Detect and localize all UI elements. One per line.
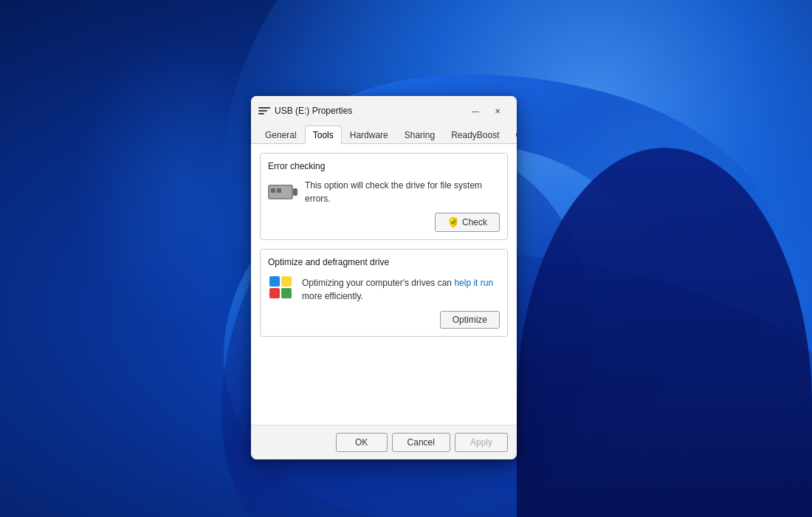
dialog-title: USB (E:) Properties [275,106,352,116]
svg-rect-5 [269,288,280,298]
close-button[interactable]: ✕ [487,102,508,120]
minimize-button[interactable]: — [465,102,486,120]
error-checking-row: This option will check the drive for fil… [268,179,500,205]
svg-rect-2 [293,188,297,196]
properties-dialog: USB (E:) Properties — ✕ General Tools Ha… [251,96,517,459]
error-checking-section: Error checking This option will check th… [260,153,508,240]
svg-rect-8 [281,276,292,287]
svg-rect-7 [269,276,280,287]
titlebar-left: USB (E:) Properties [258,106,352,116]
tab-readyboost[interactable]: ReadyBoost [443,126,507,144]
tab-content: Error checking This option will check th… [251,144,517,425]
tab-sharing[interactable]: Sharing [396,126,443,144]
check-button-label: Check [462,217,487,227]
optimize-row: Optimizing your computer's drives can he… [268,275,500,304]
cancel-button[interactable]: Cancel [392,433,450,452]
titlebar-controls: — ✕ [465,102,508,120]
usb-drive-icon [268,182,297,203]
drive-icon [258,107,270,114]
shield-check-icon [447,216,459,228]
tab-tools[interactable]: Tools [305,126,342,144]
svg-rect-3 [271,188,275,193]
ok-button[interactable]: OK [336,433,388,452]
optimize-icon [268,275,295,304]
svg-rect-6 [281,288,292,298]
titlebar: USB (E:) Properties — ✕ [251,96,517,126]
optimize-button[interactable]: Optimize [440,311,500,329]
optimize-title: Optimize and defragment drive [268,257,500,267]
check-button[interactable]: Check [435,213,500,232]
dialog-footer: OK Cancel Apply [251,425,517,459]
optimize-section: Optimize and defragment drive [260,249,508,337]
optimize-description: Optimizing your computer's drives can he… [302,276,500,303]
error-checking-description: This option will check the drive for fil… [305,179,500,205]
optimize-text-part1: Optimizing your computer's drives can [302,278,454,288]
optimize-text-part2: more efficiently. [302,291,363,301]
check-button-row: Check [268,213,500,232]
tab-customize[interactable]: Customize [508,126,517,144]
tab-hardware[interactable]: Hardware [342,126,396,144]
tab-bar: General Tools Hardware Sharing ReadyBoos… [251,126,517,144]
optimize-button-row: Optimize [268,311,500,329]
svg-rect-4 [277,188,281,193]
error-checking-title: Error checking [268,161,500,171]
optimize-button-label: Optimize [453,315,487,325]
apply-button[interactable]: Apply [455,433,508,452]
tab-general[interactable]: General [257,126,305,144]
optimize-link[interactable]: help it run [454,278,493,288]
